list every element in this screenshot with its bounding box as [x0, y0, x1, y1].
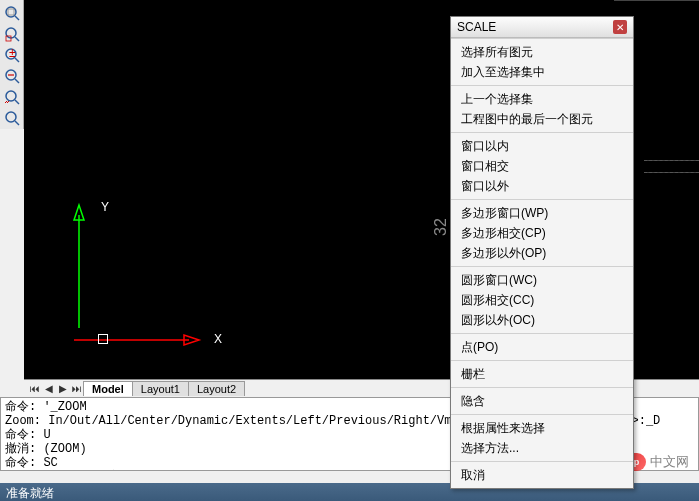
menu-previous-selection[interactable]: 上一个选择集 — [451, 89, 633, 109]
tab-model[interactable]: Model — [83, 381, 133, 396]
menu-polygon-crossing[interactable]: 多边形相交(CP) — [451, 223, 633, 243]
menu-title: SCALE — [457, 20, 496, 34]
menu-add-to-selection[interactable]: 加入至选择集中 — [451, 62, 633, 82]
menu-window-outside[interactable]: 窗口以外 — [451, 176, 633, 196]
svg-point-14 — [6, 112, 16, 122]
ucs-y-axis-icon — [69, 200, 89, 330]
menu-polygon-outside[interactable]: 多边形以外(OP) — [451, 243, 633, 263]
menu-fence[interactable]: 栅栏 — [451, 364, 633, 384]
tab-layout2[interactable]: Layout2 — [188, 381, 245, 396]
zoom-in-icon[interactable] — [2, 87, 22, 107]
tab-prev-button[interactable]: ◀ — [42, 382, 56, 396]
ucs-x-axis-icon — [69, 330, 209, 350]
svg-line-13 — [15, 100, 19, 104]
svg-line-10 — [15, 79, 19, 83]
svg-point-12 — [6, 91, 16, 101]
close-icon[interactable]: ✕ — [613, 20, 627, 34]
zoom-previous-icon[interactable] — [2, 66, 22, 86]
menu-implied[interactable]: 隐含 — [451, 391, 633, 411]
dimension-text: 32 — [432, 218, 450, 236]
zoom-realtime-icon[interactable]: ± — [2, 45, 22, 65]
svg-line-4 — [15, 37, 19, 41]
menu-window-crossing[interactable]: 窗口相交 — [451, 156, 633, 176]
menu-circle-crossing[interactable]: 圆形相交(CC) — [451, 290, 633, 310]
svg-line-7 — [15, 58, 19, 62]
tab-next-button[interactable]: ▶ — [56, 382, 70, 396]
scale-context-menu: SCALE ✕ 选择所有图元 加入至选择集中 上一个选择集 工程图中的最后一个图… — [450, 16, 634, 489]
svg-line-15 — [15, 121, 19, 125]
ucs-origin-icon — [98, 334, 108, 344]
menu-point[interactable]: 点(PO) — [451, 337, 633, 357]
menu-window-inside[interactable]: 窗口以内 — [451, 136, 633, 156]
tab-layout1[interactable]: Layout1 — [132, 381, 189, 396]
menu-circle-outside[interactable]: 圆形以外(OC) — [451, 310, 633, 330]
zoom-extents-icon[interactable] — [2, 3, 22, 23]
vertical-toolbar: ± — [0, 0, 24, 129]
menu-title-bar: SCALE ✕ — [451, 17, 633, 38]
menu-cancel[interactable]: 取消 — [451, 465, 633, 485]
watermark-text: 中文网 — [650, 453, 689, 471]
status-text: 准备就绪 — [6, 486, 54, 500]
menu-select-by-property[interactable]: 根据属性来选择 — [451, 418, 633, 438]
svg-rect-2 — [8, 9, 14, 15]
menu-select-all[interactable]: 选择所有图元 — [451, 42, 633, 62]
svg-point-0 — [6, 7, 16, 17]
menu-selection-method[interactable]: 选择方法... — [451, 438, 633, 458]
ucs-x-label: X — [214, 332, 222, 346]
menu-polygon-window[interactable]: 多边形窗口(WP) — [451, 203, 633, 223]
ucs-y-label: Y — [101, 200, 109, 214]
tab-last-button[interactable]: ⏭ — [70, 382, 84, 396]
svg-line-1 — [15, 16, 19, 20]
pan-icon[interactable] — [2, 108, 22, 128]
menu-circle-window[interactable]: 圆形窗口(WC) — [451, 270, 633, 290]
menu-last-entity[interactable]: 工程图中的最后一个图元 — [451, 109, 633, 129]
svg-text:±: ± — [9, 47, 16, 60]
zoom-window-icon[interactable] — [2, 24, 22, 44]
tab-first-button[interactable]: ⏮ — [28, 382, 42, 396]
